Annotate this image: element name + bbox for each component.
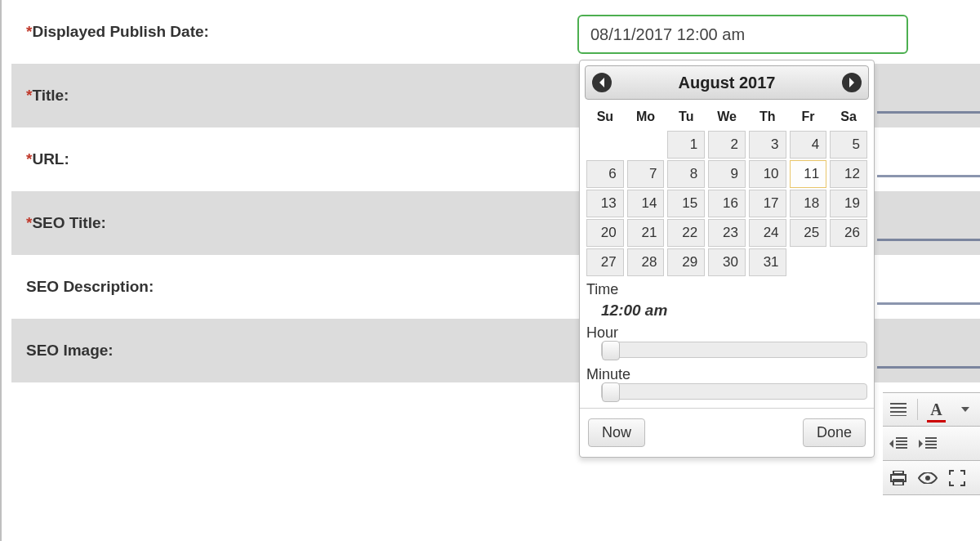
label-text: SEO Description: <box>26 278 154 295</box>
chevron-left-icon <box>598 78 606 87</box>
calendar-day[interactable]: 15 <box>667 190 705 217</box>
calendar-day[interactable]: 1 <box>667 131 705 159</box>
calendar-day[interactable]: 9 <box>708 160 746 188</box>
calendar-day[interactable]: 10 <box>749 160 786 188</box>
calendar-day[interactable]: 23 <box>708 219 746 247</box>
label-publish-date: *Displayed Publish Date: <box>26 23 209 41</box>
calendar-week: 12345 <box>586 131 867 159</box>
calendar-day[interactable]: 27 <box>586 248 624 276</box>
page: *Displayed Publish Date: *Title: *URL: *… <box>0 0 980 541</box>
datepicker-title: August 2017 <box>679 74 776 92</box>
day-header: Tu <box>667 105 705 129</box>
calendar-day[interactable]: 19 <box>830 190 867 217</box>
day-header: We <box>708 105 746 129</box>
datepicker-grid: 1234567891011121314151617181920212223242… <box>580 131 874 276</box>
label-seo-title: *SEO Title: <box>26 214 106 232</box>
indent-icon[interactable] <box>917 433 938 454</box>
calendar-day[interactable]: 21 <box>627 219 665 247</box>
input-line-url <box>877 175 980 177</box>
calendar-week: 20212223242526 <box>586 219 867 247</box>
minute-slider[interactable] <box>601 383 867 400</box>
datepicker-header: August 2017 <box>585 65 869 100</box>
label-seo-description: SEO Description: <box>26 278 154 296</box>
calendar-day[interactable]: 14 <box>627 190 665 217</box>
chevron-down-icon <box>961 407 969 412</box>
calendar-day[interactable]: 29 <box>667 248 705 276</box>
day-header: Mo <box>627 105 665 129</box>
calendar-day[interactable]: 31 <box>749 248 786 276</box>
minute-slider-handle[interactable] <box>602 382 620 402</box>
justify-icon[interactable] <box>888 399 909 420</box>
calendar-day[interactable]: 13 <box>586 190 624 217</box>
hour-label: Hour <box>586 324 867 342</box>
calendar-week: 2728293031 <box>586 248 867 276</box>
calendar-day[interactable]: 4 <box>790 131 827 159</box>
font-color-icon[interactable]: A <box>926 399 947 420</box>
calendar-blank <box>586 131 624 159</box>
calendar-day[interactable]: 25 <box>790 219 827 247</box>
day-header: Th <box>749 105 786 129</box>
calendar-day[interactable]: 2 <box>708 131 746 159</box>
day-header: Sa <box>830 105 867 129</box>
label-text: SEO Image: <box>26 342 114 359</box>
label-seo-image: SEO Image: <box>26 342 114 360</box>
calendar-day[interactable]: 28 <box>627 248 665 276</box>
calendar-week: 13141516171819 <box>586 190 867 217</box>
calendar-blank <box>790 248 827 276</box>
input-line-seo-image <box>877 366 980 369</box>
calendar-day[interactable]: 3 <box>749 131 786 159</box>
fullscreen-icon[interactable] <box>947 467 968 489</box>
hour-slider[interactable] <box>601 342 867 358</box>
print-icon[interactable] <box>888 467 909 489</box>
day-header: Fr <box>790 105 827 129</box>
toolbar-row-2 <box>883 427 980 461</box>
hour-slider-handle[interactable] <box>602 341 620 360</box>
calendar-day[interactable]: 16 <box>708 190 746 217</box>
time-value: 12:00 am <box>601 302 867 320</box>
done-button[interactable]: Done <box>803 418 866 447</box>
now-button[interactable]: Now <box>588 418 645 447</box>
next-month-button[interactable] <box>842 73 862 92</box>
outdent-icon[interactable] <box>888 433 909 454</box>
calendar-day[interactable]: 20 <box>586 219 624 247</box>
calendar-day[interactable]: 22 <box>667 219 705 247</box>
label-text: URL: <box>32 150 69 168</box>
chevron-right-icon <box>848 78 856 87</box>
calendar-day[interactable]: 6 <box>586 160 624 188</box>
minute-label: Minute <box>586 366 867 383</box>
calendar-day[interactable]: 24 <box>749 219 786 247</box>
calendar-day[interactable]: 12 <box>830 160 867 188</box>
calendar-day[interactable]: 8 <box>667 160 705 188</box>
label-text: Displayed Publish Date: <box>32 23 208 40</box>
input-line-seo-desc <box>877 302 980 305</box>
minute-slider-track <box>601 383 867 400</box>
prev-month-button[interactable] <box>592 73 612 92</box>
calendar-blank <box>830 248 867 276</box>
font-color-dropdown[interactable] <box>955 399 976 420</box>
editor-toolbar-fragment: A <box>883 392 980 495</box>
datepicker: August 2017 SuMoTuWeThFrSa 1234567891011… <box>579 60 875 458</box>
calendar-day[interactable]: 18 <box>790 190 827 217</box>
calendar-day[interactable]: 26 <box>830 219 867 247</box>
day-header: Su <box>586 105 624 129</box>
preview-icon[interactable] <box>917 467 938 489</box>
publish-date-input[interactable] <box>577 15 908 54</box>
datepicker-footer: Now Done <box>580 408 874 449</box>
separator <box>917 399 918 420</box>
calendar-blank <box>627 131 665 159</box>
toolbar-row-3 <box>883 461 980 495</box>
label-url: *URL: <box>26 150 69 168</box>
calendar-week: 6789101112 <box>586 160 867 188</box>
datepicker-day-headers: SuMoTuWeThFrSa <box>586 105 867 129</box>
hour-slider-track <box>601 342 867 358</box>
calendar-day[interactable]: 11 <box>790 160 827 188</box>
time-label: Time <box>586 281 867 298</box>
calendar-day[interactable]: 17 <box>749 190 786 217</box>
label-text: SEO Title: <box>32 214 105 231</box>
calendar-day[interactable]: 5 <box>830 131 867 159</box>
label-title: *Title: <box>26 87 69 105</box>
calendar-day[interactable]: 30 <box>708 248 746 276</box>
input-line-seo-title <box>877 239 980 241</box>
input-line-title <box>877 111 980 114</box>
calendar-day[interactable]: 7 <box>627 160 665 188</box>
